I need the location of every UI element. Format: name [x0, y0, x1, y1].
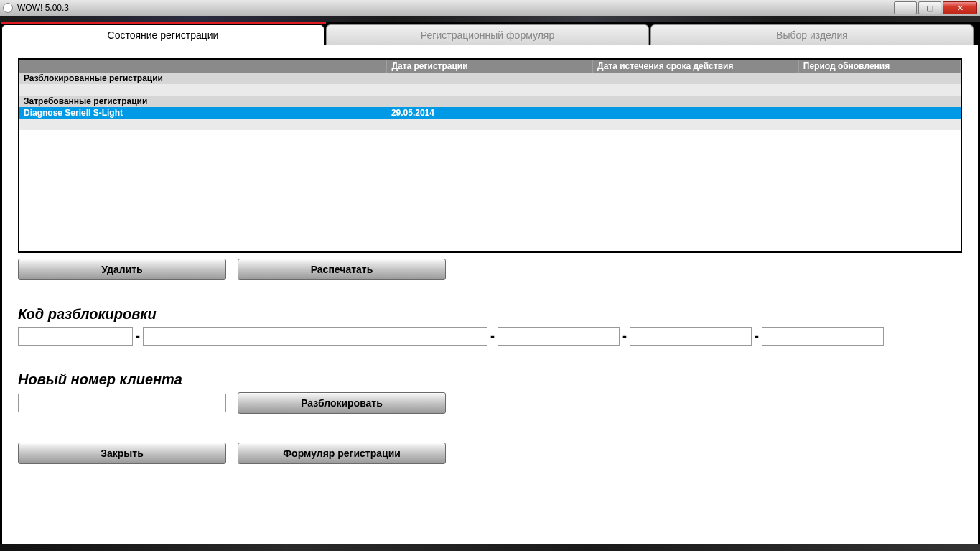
tabs-row: Состояние регистрации Регистрационный фо…: [0, 24, 980, 45]
grid-header-row: Дата регистрации Дата истечения срока де…: [19, 60, 961, 73]
maximize-button[interactable]: ▢: [918, 1, 941, 14]
unlock-code-2[interactable]: [143, 327, 487, 346]
maximize-icon: ▢: [926, 4, 933, 13]
col-reg-date: Дата регистрации: [387, 60, 593, 73]
delete-button[interactable]: Удалить: [18, 259, 226, 280]
tab-label: Состояние регистрации: [108, 29, 219, 41]
tab-registration-status[interactable]: Состояние регистрации: [1, 24, 325, 45]
unlock-code-1[interactable]: [18, 327, 133, 346]
window-controls: — ▢ ✕: [894, 1, 977, 14]
group-requested[interactable]: Затребованные регистрации: [19, 96, 961, 107]
unlock-button[interactable]: Разблокировать: [238, 392, 446, 414]
dash-separator: -: [489, 329, 496, 344]
main-panel: Дата регистрации Дата истечения срока де…: [1, 45, 979, 549]
window-title: WOW! 5.00.3: [17, 3, 894, 13]
close-button[interactable]: Закрыть: [18, 443, 226, 464]
group-label: Разблокированные регистрации: [19, 73, 961, 84]
minimize-icon: —: [902, 4, 910, 12]
tab-label: Регистрационный формуляр: [421, 29, 554, 41]
new-customer-row: Разблокировать: [18, 392, 962, 414]
col-exp-date: Дата истечения срока действия: [593, 60, 799, 73]
registration-grid[interactable]: Дата регистрации Дата истечения срока де…: [18, 58, 962, 253]
table-row[interactable]: [19, 119, 961, 130]
new-customer-input[interactable]: [18, 394, 226, 412]
unlock-code-fields: - - - -: [18, 327, 962, 346]
unlock-code-5[interactable]: [762, 327, 884, 346]
table-row-selected[interactable]: Diagnose Seriell S-Light 29.05.2014: [19, 107, 961, 119]
tab-label: Выбор изделия: [776, 29, 848, 41]
app-icon: [3, 3, 13, 13]
window-titlebar: WOW! 5.00.3 — ▢ ✕: [0, 0, 980, 16]
minimize-button[interactable]: —: [894, 1, 917, 14]
unlock-code-label: Код разблокировки: [18, 306, 962, 323]
grid-button-row: Удалить Распечатать: [18, 259, 962, 280]
dash-separator: -: [753, 329, 760, 344]
dash-separator: -: [621, 329, 628, 344]
table-row[interactable]: [19, 84, 961, 96]
unlock-code-3[interactable]: [498, 327, 620, 346]
group-unlocked[interactable]: Разблокированные регистрации: [19, 73, 961, 84]
group-label: Затребованные регистрации: [19, 96, 961, 107]
close-icon: ✕: [957, 4, 963, 13]
registration-form-button[interactable]: Формуляр регистрации: [238, 443, 446, 464]
bottom-button-row: Закрыть Формуляр регистрации: [18, 443, 962, 464]
tab-registration-form[interactable]: Регистрационный формуляр: [326, 24, 649, 45]
bottom-decor: [0, 544, 980, 551]
col-period: Период обновления: [798, 60, 960, 73]
dash-separator: -: [134, 329, 141, 344]
new-customer-label: Новый номер клиента: [18, 371, 962, 388]
unlock-code-4[interactable]: [630, 327, 752, 346]
col-name: [19, 60, 387, 73]
titlebar-decor: [0, 16, 980, 22]
close-window-button[interactable]: ✕: [943, 1, 977, 14]
tab-product-select[interactable]: Выбор изделия: [650, 24, 974, 45]
print-button[interactable]: Распечатать: [238, 259, 446, 280]
